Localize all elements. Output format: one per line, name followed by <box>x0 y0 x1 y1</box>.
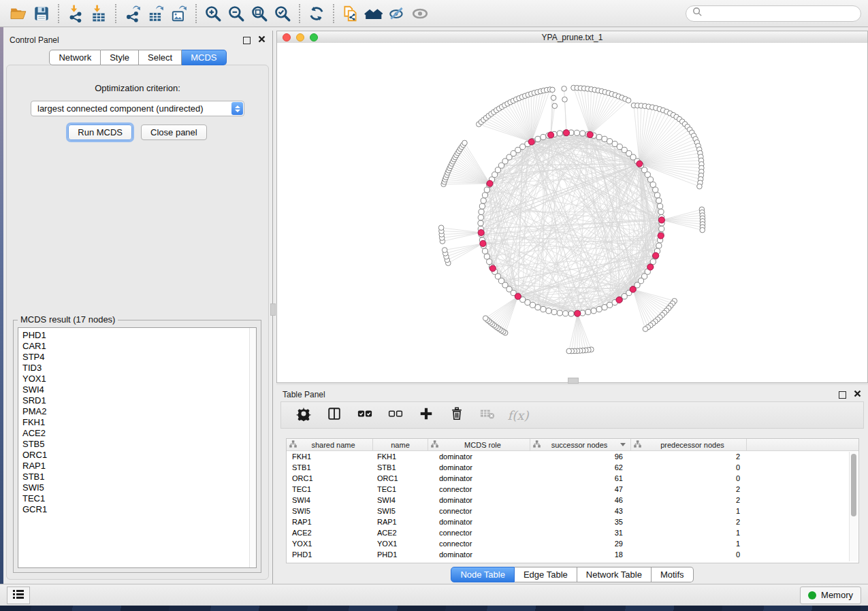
table-cell[interactable]: connector <box>428 527 530 538</box>
table-cell[interactable]: 2 <box>631 484 747 495</box>
table-cell[interactable]: dominator <box>428 462 530 473</box>
network-node[interactable] <box>478 220 483 226</box>
mcds-node[interactable] <box>658 233 664 239</box>
export-network-button[interactable] <box>121 3 144 24</box>
network-node[interactable] <box>602 305 607 310</box>
copy-network-button[interactable] <box>339 3 362 24</box>
mcds-result-item[interactable]: FKH1 <box>18 417 256 428</box>
table-row[interactable]: STB1STB1dominator620 <box>287 462 858 473</box>
tab-style[interactable]: Style <box>101 50 139 65</box>
network-node[interactable] <box>585 310 591 315</box>
table-cell[interactable]: connector <box>428 484 530 495</box>
mcds-result-item[interactable]: TEC1 <box>18 493 256 504</box>
table-cell[interactable]: 1 <box>631 506 747 516</box>
network-node[interactable] <box>482 248 487 254</box>
table-cell[interactable]: ACE2 <box>287 527 373 538</box>
table-scrollbar-thumb[interactable] <box>851 454 856 516</box>
minimize-traffic-light[interactable] <box>296 33 304 42</box>
mcds-node[interactable] <box>647 264 654 270</box>
mcds-node[interactable] <box>528 139 534 145</box>
zoom-out-button[interactable] <box>225 3 248 24</box>
network-node[interactable] <box>438 225 444 231</box>
mcds-node[interactable] <box>616 297 622 303</box>
mcds-node[interactable] <box>478 229 484 235</box>
network-node[interactable] <box>563 311 568 316</box>
tab-select[interactable]: Select <box>139 50 182 65</box>
table-cell[interactable]: FKH1 <box>373 451 428 462</box>
mcds-node[interactable] <box>637 161 643 167</box>
table-cell[interactable]: YOX1 <box>373 538 428 549</box>
table-cell[interactable]: 18 <box>530 549 631 560</box>
tab-edge-table[interactable]: Edge Table <box>515 567 577 582</box>
table-cell[interactable]: 61 <box>530 473 631 484</box>
mcds-result-item[interactable]: CAR1 <box>18 341 256 352</box>
unselect-all-columns-button[interactable] <box>387 406 404 424</box>
mcds-result-item[interactable]: RAP1 <box>18 461 256 472</box>
network-node[interactable] <box>626 98 631 103</box>
network-node[interactable] <box>697 184 703 189</box>
horizontal-splitter-handle[interactable] <box>568 378 579 384</box>
column-header-successor-nodes[interactable]: successor nodes <box>530 439 631 450</box>
table-cell[interactable]: STB1 <box>287 462 373 473</box>
network-node[interactable] <box>535 305 541 310</box>
table-row[interactable]: RAP1RAP1dominator352 <box>287 516 858 527</box>
mcds-result-item[interactable]: PMA2 <box>18 406 256 417</box>
network-node[interactable] <box>650 259 656 265</box>
network-node[interactable] <box>551 310 557 315</box>
network-node[interactable] <box>647 177 653 182</box>
table-cell[interactable]: dominator <box>428 516 530 527</box>
maximize-traffic-light[interactable] <box>310 33 318 42</box>
mcds-result-item[interactable]: SRD1 <box>18 395 256 406</box>
network-node[interactable] <box>530 302 535 308</box>
mcds-result-item[interactable]: SWI4 <box>18 384 256 395</box>
network-node[interactable] <box>552 103 558 109</box>
table-row[interactable]: YOX1YOX1connector291 <box>287 538 858 549</box>
show-column-panel-button[interactable] <box>325 406 343 424</box>
network-node[interactable] <box>479 203 485 209</box>
delete-column-button[interactable] <box>448 406 466 424</box>
mcds-node[interactable] <box>630 286 636 293</box>
network-node[interactable] <box>654 193 660 198</box>
import-network-button[interactable] <box>64 3 87 24</box>
table-cell[interactable]: 35 <box>530 516 631 527</box>
mcds-result-item[interactable]: SWI5 <box>18 482 256 493</box>
network-node[interactable] <box>658 203 663 209</box>
network-node[interactable] <box>658 209 664 214</box>
column-header-predecessor-nodes[interactable]: predecessor nodes <box>631 439 747 450</box>
column-header-name[interactable]: name <box>373 439 428 450</box>
table-cell[interactable]: 43 <box>530 506 631 516</box>
mcds-result-item[interactable]: STP4 <box>18 352 256 363</box>
table-cell[interactable]: PHD1 <box>373 549 428 560</box>
table-cell[interactable]: 62 <box>530 462 631 473</box>
table-row[interactable]: PHD1PHD1dominator180 <box>287 549 858 560</box>
table-scrollbar[interactable] <box>849 452 858 561</box>
network-canvas[interactable] <box>277 43 867 382</box>
import-table-button[interactable] <box>87 3 110 24</box>
network-node[interactable] <box>462 140 468 146</box>
mcds-result-item[interactable]: STB5 <box>18 439 256 450</box>
table-row[interactable]: FKH1FKH1dominator962 <box>287 451 858 462</box>
network-node[interactable] <box>541 134 546 139</box>
network-node[interactable] <box>541 306 546 312</box>
network-node[interactable] <box>659 226 664 231</box>
vertical-splitter-handle[interactable] <box>270 303 276 316</box>
mcds-node[interactable] <box>515 293 521 299</box>
mcds-node[interactable] <box>563 130 569 136</box>
tab-mcds[interactable]: MCDS <box>182 50 226 65</box>
mcds-node[interactable] <box>658 217 664 223</box>
table-cell[interactable]: ORC1 <box>287 473 373 484</box>
float-panel-button[interactable] <box>241 35 252 46</box>
network-node[interactable] <box>596 306 602 312</box>
apply-layout-button[interactable] <box>305 3 328 24</box>
mcds-result-list[interactable]: PHD1CAR1STP4TID3YOX1SWI4SRD1PMA2FKH1ACE2… <box>18 327 257 568</box>
table-cell[interactable]: dominator <box>428 495 530 506</box>
mcds-result-item[interactable]: STB1 <box>18 472 256 482</box>
export-table-button[interactable] <box>144 3 167 24</box>
column-header-mcds-role[interactable]: MCDS role <box>428 439 530 450</box>
table-cell[interactable]: SWI4 <box>373 495 428 506</box>
network-node[interactable] <box>479 209 484 214</box>
table-row[interactable]: TEC1TEC1connector472 <box>287 484 858 495</box>
network-node[interactable] <box>562 86 567 92</box>
table-cell[interactable]: 1 <box>631 527 747 538</box>
create-column-button[interactable] <box>417 406 435 424</box>
